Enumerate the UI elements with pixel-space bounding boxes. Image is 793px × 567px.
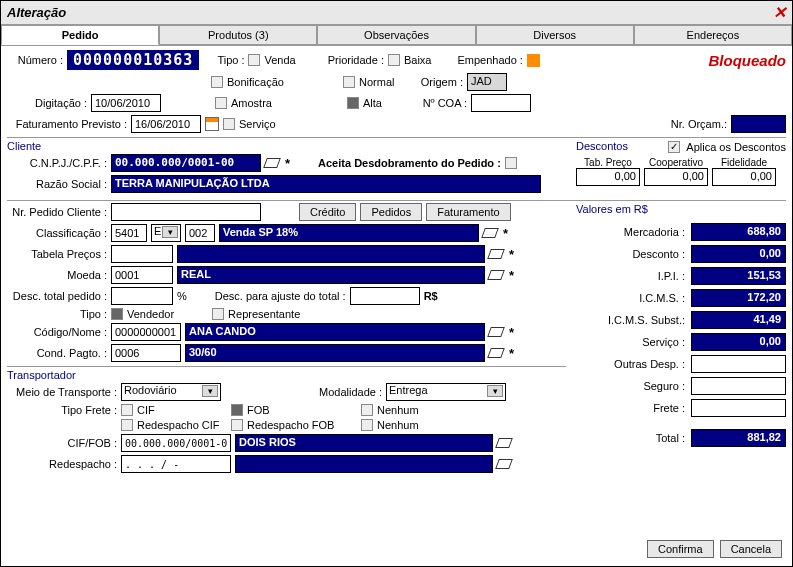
eraser-icon[interactable] <box>489 268 505 282</box>
icmssubst-v: 41,49 <box>691 311 786 329</box>
pedidos-button[interactable]: Pedidos <box>360 203 422 221</box>
aplica-descontos-check[interactable] <box>668 141 680 153</box>
ciffob-cnpj-input[interactable] <box>121 434 231 452</box>
classific1-input[interactable] <box>111 224 147 242</box>
nrcliente-input[interactable] <box>111 203 261 221</box>
tipo-label: Tipo : <box>217 54 244 66</box>
moeda-input[interactable] <box>111 266 173 284</box>
conddesc: 30/60 <box>185 344 485 362</box>
cnpj-value[interactable]: 00.000.000/0001-00 <box>111 154 261 172</box>
fob-check[interactable] <box>231 404 243 416</box>
tipo-bonif-check[interactable] <box>211 76 223 88</box>
tab-observacoes[interactable]: Observações <box>317 25 475 45</box>
redesp-cnpj-input[interactable] <box>121 455 231 473</box>
tipo-amostra-check[interactable] <box>215 97 227 109</box>
descajuste-label: Desc. para ajuste do total : <box>215 290 346 302</box>
transp-section: Transportador <box>7 369 566 381</box>
faturamento-button[interactable]: Faturamento <box>426 203 510 221</box>
tab-pedido[interactable]: Pedido <box>1 25 159 45</box>
prio-baixa-check[interactable] <box>388 54 400 66</box>
classific-desc: Venda SP 18% <box>219 224 479 242</box>
modal-select[interactable]: Entrega <box>386 383 506 401</box>
descontos-section: Descontos <box>576 140 628 152</box>
tabprecos-input[interactable] <box>111 245 173 263</box>
desconto-v: 0,00 <box>691 245 786 263</box>
descajuste-input[interactable] <box>350 287 420 305</box>
desc-fidel-v[interactable]: 0,00 <box>712 168 776 186</box>
nenhum2-check[interactable] <box>361 419 373 431</box>
representante-check[interactable] <box>212 308 224 320</box>
ipi-l: I.P.I. : <box>658 270 685 282</box>
outras-input[interactable] <box>691 355 786 373</box>
digitacao-label: Digitação : <box>7 97 87 109</box>
razao-label: Razão Social : <box>7 178 107 190</box>
prio-alta-check[interactable] <box>347 97 359 109</box>
tipo-bonif-text: Bonificação <box>227 76 297 88</box>
eraser-icon[interactable] <box>489 247 505 261</box>
rs-label: R$ <box>424 290 438 302</box>
close-icon[interactable]: ✕ <box>773 3 786 22</box>
desc-tabpreco-v[interactable]: 0,00 <box>576 168 640 186</box>
frete-l: Frete : <box>653 402 685 414</box>
desc-coop-h: Cooperativo <box>644 157 708 168</box>
frete-input[interactable] <box>691 399 786 417</box>
digitacao-input[interactable] <box>91 94 161 112</box>
cif-check[interactable] <box>121 404 133 416</box>
razao-value[interactable]: TERRA MANIPULAÇÃO LTDA <box>111 175 541 193</box>
fatprev-input[interactable] <box>131 115 201 133</box>
meio-select[interactable]: Rodoviário <box>121 383 221 401</box>
cod-input[interactable] <box>111 323 181 341</box>
credito-button[interactable]: Crédito <box>299 203 356 221</box>
tab-diversos[interactable]: Diversos <box>476 25 634 45</box>
eraser-icon[interactable] <box>489 346 505 360</box>
ipi-v: 151,53 <box>691 267 786 285</box>
tab-enderecos[interactable]: Endereços <box>634 25 792 45</box>
prio-alta-text: Alta <box>363 97 413 109</box>
total-v: 881,82 <box>691 429 786 447</box>
mercadoria-l: Mercadoria : <box>624 226 685 238</box>
modal-label: Modalidade : <box>319 386 382 398</box>
nenhum1-text: Nenhum <box>377 404 419 416</box>
seguro-input[interactable] <box>691 377 786 395</box>
desc-fidel-h: Fidelidade <box>712 157 776 168</box>
calendar-icon[interactable] <box>205 117 219 131</box>
redcif-check[interactable] <box>121 419 133 431</box>
servico-l: Serviço : <box>642 336 685 348</box>
nenhum1-check[interactable] <box>361 404 373 416</box>
confirma-button[interactable]: Confirma <box>647 540 714 558</box>
nrorcam-label: Nr. Orçam.: <box>671 118 727 130</box>
vendedor-check[interactable] <box>111 308 123 320</box>
eraser-icon[interactable] <box>483 226 499 240</box>
desc-coop-v[interactable]: 0,00 <box>644 168 708 186</box>
desctotal-input[interactable] <box>111 287 173 305</box>
desc-tabpreco-h: Tab. Preço <box>576 157 640 168</box>
condpagto-label: Cond. Pagto. : <box>7 347 107 359</box>
cancela-button[interactable]: Cancela <box>720 540 782 558</box>
empenhado-indicator <box>527 54 540 67</box>
classific2-select[interactable]: E <box>151 224 181 242</box>
condcod-input[interactable] <box>111 344 181 362</box>
required-asterisk: * <box>285 156 290 171</box>
redesp-nome <box>235 455 493 473</box>
classific3-input[interactable] <box>185 224 215 242</box>
ncoa-input[interactable] <box>471 94 531 112</box>
tab-produtos[interactable]: Produtos (3) <box>159 25 317 45</box>
eraser-icon[interactable] <box>489 325 505 339</box>
moeda-label: Moeda : <box>7 269 107 281</box>
moeda-desc: REAL <box>177 266 485 284</box>
eraser-icon[interactable] <box>497 457 513 471</box>
origem-label: Origem : <box>413 76 463 88</box>
aceita-check[interactable] <box>505 157 517 169</box>
ciffob-label: CIF/FOB : <box>7 437 117 449</box>
total-l: Total : <box>656 432 685 444</box>
numero-value: 000000010363 <box>67 50 199 70</box>
cif-text: CIF <box>137 404 227 416</box>
eraser-icon[interactable] <box>497 436 513 450</box>
tipo-venda-check[interactable] <box>248 54 260 66</box>
prio-normal-check[interactable] <box>343 76 355 88</box>
representante-text: Representante <box>228 308 300 320</box>
aplica-descontos-text: Aplica os Descontos <box>686 141 786 153</box>
eraser-icon[interactable] <box>265 156 281 170</box>
redfob-check[interactable] <box>231 419 243 431</box>
tipo-servico-check[interactable] <box>223 118 235 130</box>
